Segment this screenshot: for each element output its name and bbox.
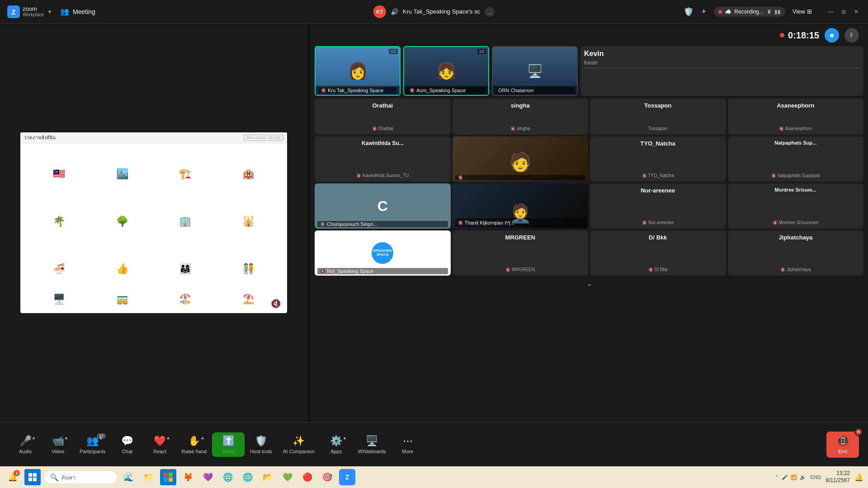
mute-icon: 🔇	[321, 88, 326, 93]
meeting-more-button[interactable]: ...	[485, 7, 495, 17]
taskbar-right: ⌃ 🎤 📶 🔊 ENG 13:22 8/11/2567 🔔	[775, 470, 863, 484]
taskbar-app-chrome[interactable]: 🔴	[299, 469, 316, 485]
minimize-button[interactable]: —	[826, 7, 835, 16]
taskbar-app-landscape[interactable]: 🌊	[120, 469, 137, 485]
participant-tile-parit: 🧑 🔇	[453, 136, 589, 182]
participant-tile-natpaphats: Natpaphats Sup... 🔇 Natpaphats Suppipat	[728, 136, 864, 182]
main-area: วาดภาพสิ่งที่ยิน SPEAKING SPACE 🇲🇾 🏙️ 🏗️…	[0, 23, 868, 422]
participant-tile-thanit: 🧑‍💼 🔇 Thanit Kijkornpan กรุ...	[453, 183, 589, 229]
chevron-up-icon[interactable]: ⌃	[775, 474, 779, 480]
taskbar-app-browser1[interactable]: 🌐	[220, 469, 236, 485]
host-avatar: KT	[373, 5, 386, 18]
muted-icon: 🔇	[458, 221, 463, 225]
taskbar-app-folder[interactable]: 📁	[140, 469, 156, 485]
taskbar-app-edge[interactable]: 🌐	[240, 469, 256, 485]
host-tools-button[interactable]: 🛡️ Host tools	[245, 432, 278, 457]
participants-button[interactable]: 👥 37 ▲ Participants	[74, 432, 111, 457]
react-caret-icon[interactable]: ▲	[166, 435, 170, 440]
raise-hand-button[interactable]: ✋ ▲ Raise hand	[176, 432, 212, 457]
taskbar-app-discord[interactable]: 💜	[200, 469, 216, 485]
audio-icon: 🔊	[391, 8, 398, 15]
muted-icon: 🔇	[372, 127, 377, 131]
whiteboards-button[interactable]: 🖥️ Whiteboards	[353, 432, 392, 457]
audio-button[interactable]: 🎤 ▲ Audio	[9, 432, 42, 457]
participant-tile-jiphatchaya: Jiphatchaya 🔇 Jiphatchaya	[728, 230, 864, 276]
view-button[interactable]: View ⊞	[793, 8, 812, 15]
react-icon: ❤️ ▲	[154, 435, 166, 447]
taskbar-app-files[interactable]: 📂	[259, 469, 276, 485]
svg-rect-5	[33, 478, 37, 481]
muted-icon: 🔇	[771, 174, 776, 178]
chat-button[interactable]: 💬 Chat	[111, 432, 143, 457]
kru-tak-name-bar: 🔇 Kru Tak_Speaking Space	[316, 86, 400, 95]
timer-row: 0:18:15 ■ 🎙	[315, 28, 863, 42]
speaking-space-logo: SPEAKINGSPACE	[372, 242, 393, 264]
taskbar-app-zoom[interactable]: Z	[339, 469, 355, 485]
apps-caret-icon[interactable]: ▲	[342, 435, 347, 440]
cloud-icon: ☁️	[725, 9, 731, 15]
react-button[interactable]: ❤️ ▲ React	[143, 432, 176, 457]
end-button[interactable]: ✕ 📵 End	[826, 432, 859, 458]
screen-share-panel: วาดภาพสิ่งที่ยิน SPEAKING SPACE 🇲🇾 🏙️ 🏗️…	[0, 23, 307, 422]
illus-family: 👨‍👩‍👧	[155, 246, 216, 291]
more-button[interactable]: ⋯ More	[392, 432, 424, 457]
close-button[interactable]: ✕	[852, 7, 861, 16]
language-indicator[interactable]: ENG	[811, 474, 821, 480]
parit-label: 🔇	[455, 175, 586, 180]
maximize-button[interactable]: ⧉	[839, 7, 848, 16]
illus-umbrella: ⛱️	[218, 293, 279, 305]
nut-name-bar: 🔇 Nut_Speaking Space	[315, 267, 451, 276]
notification-center-icon[interactable]: 🔔	[854, 473, 863, 482]
illus-people: 🧑‍🤝‍🧑	[218, 246, 279, 291]
share-button[interactable]: ⬆️ Share	[212, 432, 245, 457]
aom-label: 🔇 Aom_Speaking Space	[407, 87, 486, 94]
taskbar-app-line[interactable]: 💚	[279, 469, 296, 485]
windows-logo-icon	[28, 473, 37, 481]
svg-rect-4	[28, 478, 32, 481]
participant-tile-singha: singha 🔇 singha	[453, 99, 589, 135]
recording-indicator: ☁️ Recording... ⏸ ▮▮	[714, 7, 785, 17]
live-dot	[780, 33, 784, 38]
logo-dropdown[interactable]: ▾	[48, 9, 51, 15]
apps-button[interactable]: ⚙️ ▲ Apps	[320, 432, 353, 457]
illus-screen: 🖥️	[28, 293, 90, 305]
notification-badge: 1	[14, 470, 20, 476]
end-x-icon: ✕	[854, 428, 863, 436]
screen-share-header: วาดภาพสิ่งที่ยิน SPEAKING SPACE	[20, 132, 287, 143]
security-shield-icon[interactable]: 🛡️	[684, 7, 693, 17]
search-icon: 🔍	[50, 473, 59, 482]
taskbar-app-store[interactable]	[160, 469, 176, 485]
audio-caret-icon[interactable]: ▲	[32, 435, 36, 440]
parit-figure: 🧑	[509, 151, 532, 173]
muted-icon: 🔇	[320, 269, 325, 273]
mute-recording-button[interactable]: 🎙	[844, 28, 859, 42]
meeting-title: Kru Tak_Speaking Space's sc	[403, 8, 480, 15]
recording-dot	[718, 10, 722, 14]
scroll-down-button[interactable]: ⌄	[315, 277, 863, 290]
ssl-circle: SPEAKINGSPACE	[372, 242, 393, 264]
video-caret-icon[interactable]: ▲	[64, 435, 69, 440]
illus-beach: 🏖️	[155, 293, 216, 305]
share-icon: ⬆️	[222, 435, 235, 447]
participants-caret-icon[interactable]: ▲	[99, 435, 103, 440]
ai-star-icon[interactable]: ✦	[701, 7, 707, 16]
illus-building2: 🏢	[155, 199, 216, 244]
taskbar-sys-tray[interactable]: ⌃ 🎤 📶 🔊	[775, 474, 806, 480]
illustration-grid: 🇲🇾 🏙️ 🏗️ 🏨 🌴 🌳 🏢 🕌 🍜 👍 👨‍👩‍👧 🧑‍🤝‍🧑	[25, 148, 283, 309]
taskbar-app-firefox[interactable]: 🦊	[180, 469, 196, 485]
ai-companion-button[interactable]: ✨ AI Companion	[278, 432, 320, 457]
stop-recording-button[interactable]: ■	[825, 28, 839, 42]
speaker-tile-orn: 🖥️ ORN Chatamon	[492, 46, 578, 96]
title-bar: Z zoom Workplace ▾ 👥 Meeting KT 🔊 Kru Ta…	[0, 0, 868, 23]
taskbar-app-powerpoint[interactable]: 🎯	[319, 469, 335, 485]
raise-hand-caret-icon[interactable]: ▲	[200, 435, 205, 440]
participants-row-2: Kawinthida Su... 🔇 Kawinthida Sumon_TU 🧑…	[315, 136, 863, 182]
muted-icon: 🔇	[779, 127, 784, 131]
window-controls: — ⧉ ✕	[826, 7, 861, 16]
windows-start-button[interactable]	[24, 469, 41, 485]
taskbar-search[interactable]: 🔍 ค้นหา	[44, 471, 117, 483]
taskbar-notification-app[interactable]: 🔔 1	[5, 469, 21, 485]
participant-tile-asaneephorn: Asaneephorn 🔇 Asaneephorn	[728, 99, 864, 135]
video-button[interactable]: 📹 ▲ Video	[42, 432, 74, 457]
pause-icon[interactable]: ⏸	[766, 9, 772, 15]
